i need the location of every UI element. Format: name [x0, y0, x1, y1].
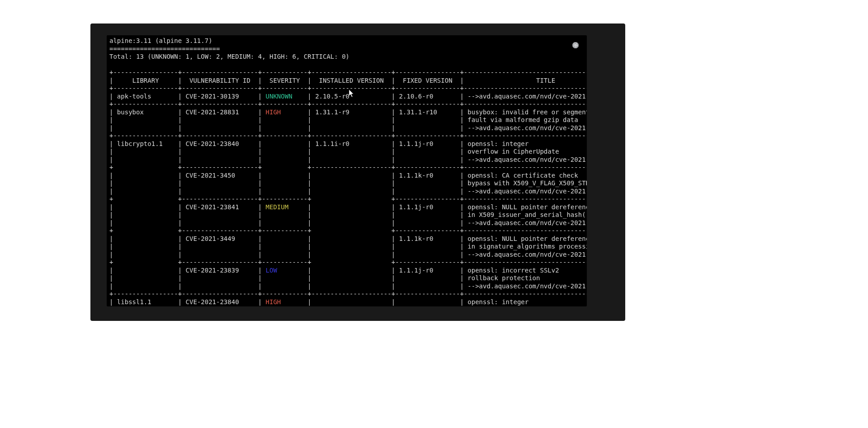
record-icon[interactable] [572, 42, 579, 48]
screen-frame: alpine:3.11 (alpine 3.11.7) ============… [90, 24, 625, 321]
terminal-window[interactable]: alpine:3.11 (alpine 3.11.7) ============… [107, 35, 587, 306]
terminal-output: alpine:3.11 (alpine 3.11.7) ============… [107, 35, 587, 306]
